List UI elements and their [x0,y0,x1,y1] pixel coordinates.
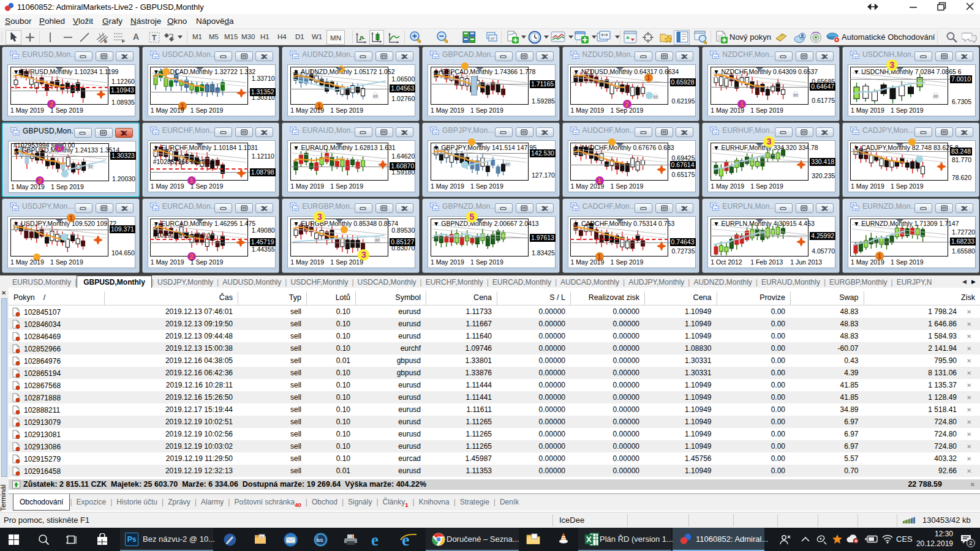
svg-text:T: T [152,34,157,42]
svg-text:F: F [122,39,125,43]
svg-text:BS: BS [317,538,324,543]
svg-text:E: E [104,39,108,43]
